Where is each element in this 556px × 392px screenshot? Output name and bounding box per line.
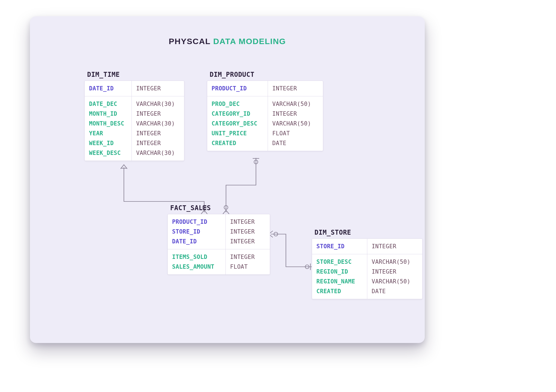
attrs-section: ITEMS_SOLD SALES_AMOUNT INTEGER FLOAT (168, 249, 270, 274)
column-type: INTEGER (136, 109, 180, 119)
column-type: VARCHAR(30) (136, 99, 180, 109)
column-type: VARCHAR(50) (372, 257, 418, 267)
pk-names: DATE_ID (85, 81, 132, 96)
pk-section: DATE_ID INTEGER (85, 81, 184, 96)
pk-types: INTEGER INTEGER INTEGER (226, 214, 270, 249)
column-name: MONTH_DESC (89, 119, 127, 128)
entity-fact-sales: FACT_SALES PRODUCT_ID STORE_ID DATE_ID I… (167, 204, 270, 275)
column-type: DATE (272, 138, 319, 148)
column-type: VARCHAR(50) (372, 277, 418, 286)
rel-dimstore-factsales (269, 231, 312, 270)
pk-types: INTEGER (268, 81, 323, 96)
column-type: INTEGER (136, 84, 180, 93)
attrs-section: STORE_DESC REGION_ID REGION_NAME CREATED… (312, 254, 422, 299)
column-type: INTEGER (136, 138, 180, 148)
column-name: WEEK_ID (89, 138, 127, 148)
column-name: UNIT_PRICE (212, 128, 263, 138)
column-type: VARCHAR(50) (272, 119, 319, 128)
entity-name: DIM_TIME (87, 71, 184, 78)
column-type: VARCHAR(30) (136, 119, 180, 128)
column-type: INTEGER (230, 217, 265, 227)
entity-name: DIM_STORE (314, 229, 423, 236)
svg-point-6 (305, 265, 309, 269)
pk-names: PRODUCT_ID (207, 81, 268, 96)
attrs-section: DATE_DEC MONTH_ID MONTH_DESC YEAR WEEK_I… (85, 96, 184, 161)
column-name: PRODUCT_ID (172, 217, 221, 227)
diagram-card: PHYSCAL DATA MODELING (30, 16, 425, 343)
svg-point-5 (274, 232, 278, 236)
pk-types: INTEGER (367, 239, 422, 254)
column-name: DATE_ID (172, 237, 221, 246)
stage: PHYSCAL DATA MODELING (0, 0, 556, 392)
attrs-section: PROD_DEC CATEGORY_ID CATEGORY_DESC UNIT_… (207, 96, 323, 151)
entity-name: FACT_SALES (170, 204, 270, 212)
column-name: CATEGORY_ID (212, 109, 263, 119)
entity-dim-product: DIM_PRODUCT PRODUCT_ID INTEGER PROD_DEC … (207, 71, 323, 151)
attr-names: PROD_DEC CATEGORY_ID CATEGORY_DESC UNIT_… (207, 96, 268, 151)
column-name: WEEK_DESC (89, 148, 127, 158)
entity-dim-store: DIM_STORE STORE_ID INTEGER STORE_DESC RE… (312, 229, 423, 299)
column-name: STORE_DESC (316, 257, 363, 267)
column-name: MONTH_ID (89, 109, 127, 119)
title-part1: PHYSCAL (169, 37, 210, 46)
column-type: INTEGER (230, 237, 265, 246)
column-name: SALES_AMOUNT (172, 262, 221, 272)
column-name: DATE_DEC (89, 99, 127, 109)
entity-table: PRODUCT_ID INTEGER PROD_DEC CATEGORY_ID … (207, 81, 323, 151)
svg-point-2 (254, 160, 258, 164)
attr-types: INTEGER FLOAT (226, 249, 270, 274)
column-type: INTEGER (230, 227, 265, 237)
column-name: REGION_ID (316, 267, 363, 277)
attr-types: VARCHAR(50) INTEGER VARCHAR(50) FLOAT DA… (268, 96, 323, 151)
column-name: DATE_ID (89, 84, 127, 93)
pk-section: PRODUCT_ID INTEGER (207, 81, 323, 96)
column-name: PROD_DEC (212, 99, 263, 109)
column-name: CATEGORY_DESC (212, 119, 263, 128)
attr-names: DATE_DEC MONTH_ID MONTH_DESC YEAR WEEK_I… (85, 96, 132, 161)
entity-table: STORE_ID INTEGER STORE_DESC REGION_ID RE… (312, 238, 423, 299)
pk-types: INTEGER (132, 81, 184, 96)
pk-section: STORE_ID INTEGER (312, 239, 422, 254)
column-type: INTEGER (372, 241, 418, 251)
entity-table: DATE_ID INTEGER DATE_DEC MONTH_ID MONTH_… (84, 81, 184, 161)
column-type: INTEGER (272, 84, 319, 93)
pk-names: STORE_ID (312, 239, 367, 254)
column-type: INTEGER (372, 267, 418, 277)
title-part2: DATA MODELING (213, 37, 286, 46)
pk-names: PRODUCT_ID STORE_ID DATE_ID (168, 214, 226, 249)
column-type: VARCHAR(30) (136, 148, 180, 158)
column-type: VARCHAR(50) (272, 99, 319, 109)
column-name: REGION_NAME (316, 277, 363, 286)
diagram-title: PHYSCAL DATA MODELING (30, 37, 425, 46)
column-type: INTEGER (272, 109, 319, 119)
column-type: FLOAT (272, 128, 319, 138)
column-type: INTEGER (230, 252, 265, 262)
column-name: ITEMS_SOLD (172, 252, 221, 262)
column-name: CREATED (212, 138, 263, 148)
entity-dim-time: DIM_TIME DATE_ID INTEGER DATE_DEC MONTH_… (84, 71, 184, 161)
column-name: YEAR (89, 128, 127, 138)
pk-section: PRODUCT_ID STORE_ID DATE_ID INTEGER INTE… (168, 214, 270, 249)
attr-types: VARCHAR(30) INTEGER VARCHAR(30) INTEGER … (132, 96, 184, 161)
attr-names: STORE_DESC REGION_ID REGION_NAME CREATED (312, 254, 367, 299)
attr-types: VARCHAR(50) INTEGER VARCHAR(50) DATE (367, 254, 422, 299)
column-type: INTEGER (136, 128, 180, 138)
entity-table: PRODUCT_ID STORE_ID DATE_ID INTEGER INTE… (167, 214, 270, 275)
column-type: FLOAT (230, 262, 265, 272)
entity-name: DIM_PRODUCT (210, 71, 323, 78)
column-type: DATE (372, 286, 418, 296)
column-name: STORE_ID (172, 227, 221, 237)
attr-names: ITEMS_SOLD SALES_AMOUNT (168, 249, 226, 274)
column-name: PRODUCT_ID (212, 84, 263, 93)
column-name: CREATED (316, 286, 363, 296)
column-name: STORE_ID (316, 241, 363, 251)
